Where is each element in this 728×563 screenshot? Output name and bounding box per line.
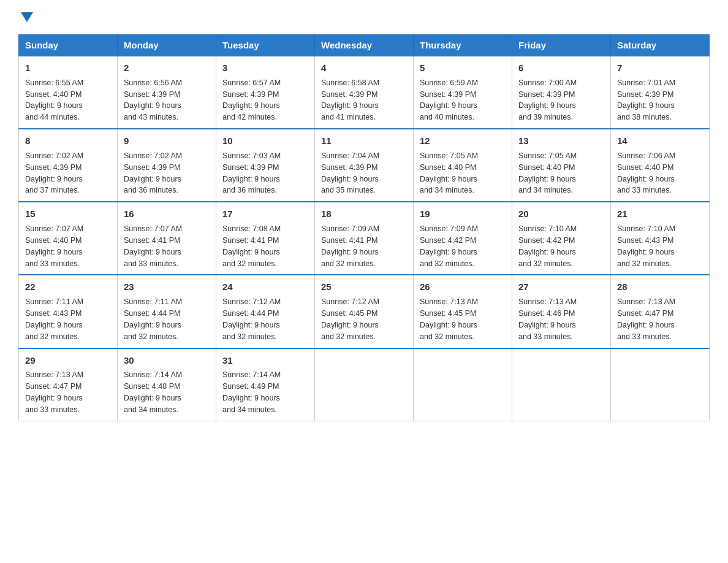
day-info: Sunrise: 6:57 AMSunset: 4:39 PMDaylight:… (222, 79, 281, 122)
week-row-1: 1 Sunrise: 6:55 AMSunset: 4:40 PMDayligh… (19, 56, 710, 129)
day-info: Sunrise: 6:59 AMSunset: 4:39 PMDaylight:… (420, 79, 478, 122)
day-info: Sunrise: 7:04 AMSunset: 4:39 PMDaylight:… (321, 151, 379, 195)
column-header-sunday: Sunday (19, 35, 118, 56)
day-info: Sunrise: 7:14 AMSunset: 4:48 PMDaylight:… (124, 370, 182, 414)
day-number: 9 (124, 134, 210, 148)
day-cell: 10 Sunrise: 7:03 AMSunset: 4:39 PMDaylig… (216, 129, 315, 202)
column-header-thursday: Thursday (414, 35, 512, 56)
day-cell: 21 Sunrise: 7:10 AMSunset: 4:43 PMDaylig… (611, 202, 710, 275)
day-cell: 12 Sunrise: 7:05 AMSunset: 4:40 PMDaylig… (414, 129, 512, 202)
day-info: Sunrise: 7:01 AMSunset: 4:39 PMDaylight:… (617, 79, 675, 122)
day-cell: 20 Sunrise: 7:10 AMSunset: 4:42 PMDaylig… (512, 202, 611, 275)
day-cell: 13 Sunrise: 7:05 AMSunset: 4:40 PMDaylig… (512, 129, 611, 202)
day-number: 21 (617, 207, 703, 221)
day-number: 19 (420, 207, 506, 221)
week-row-2: 8 Sunrise: 7:02 AMSunset: 4:39 PMDayligh… (19, 129, 710, 202)
day-info: Sunrise: 6:56 AMSunset: 4:39 PMDaylight:… (124, 79, 182, 122)
day-number: 26 (420, 280, 506, 294)
day-info: Sunrise: 7:14 AMSunset: 4:49 PMDaylight:… (222, 370, 281, 414)
week-row-5: 29 Sunrise: 7:13 AMSunset: 4:47 PMDaylig… (19, 348, 710, 421)
column-header-tuesday: Tuesday (216, 35, 315, 56)
day-number: 27 (518, 280, 604, 294)
calendar-table: SundayMondayTuesdayWednesdayThursdayFrid… (18, 34, 710, 421)
column-header-saturday: Saturday (611, 35, 710, 56)
day-number: 24 (222, 280, 308, 294)
day-number: 20 (518, 207, 604, 221)
logo-triangle-icon (21, 12, 33, 22)
day-number: 10 (222, 134, 308, 148)
day-number: 8 (25, 134, 111, 148)
day-number: 30 (124, 354, 210, 367)
day-info: Sunrise: 7:12 AMSunset: 4:45 PMDaylight:… (321, 297, 379, 341)
day-cell: 14 Sunrise: 7:06 AMSunset: 4:40 PMDaylig… (611, 129, 710, 202)
day-info: Sunrise: 7:05 AMSunset: 4:40 PMDaylight:… (518, 151, 577, 195)
day-cell: 1 Sunrise: 6:55 AMSunset: 4:40 PMDayligh… (19, 56, 118, 129)
day-info: Sunrise: 7:13 AMSunset: 4:46 PMDaylight:… (518, 297, 577, 341)
day-info: Sunrise: 7:11 AMSunset: 4:44 PMDaylight:… (124, 297, 182, 341)
day-info: Sunrise: 7:10 AMSunset: 4:42 PMDaylight:… (518, 224, 577, 268)
day-number: 5 (420, 61, 506, 75)
day-number: 4 (321, 61, 407, 75)
day-cell: 24 Sunrise: 7:12 AMSunset: 4:44 PMDaylig… (216, 275, 315, 348)
day-info: Sunrise: 7:12 AMSunset: 4:44 PMDaylight:… (222, 297, 281, 341)
week-row-3: 15 Sunrise: 7:07 AMSunset: 4:40 PMDaylig… (19, 202, 710, 275)
day-cell: 19 Sunrise: 7:09 AMSunset: 4:42 PMDaylig… (414, 202, 512, 275)
day-cell: 8 Sunrise: 7:02 AMSunset: 4:39 PMDayligh… (19, 129, 118, 202)
day-cell: 31 Sunrise: 7:14 AMSunset: 4:49 PMDaylig… (216, 348, 315, 421)
day-info: Sunrise: 6:55 AMSunset: 4:40 PMDaylight:… (25, 79, 83, 122)
day-cell (512, 348, 611, 421)
column-header-friday: Friday (512, 35, 611, 56)
day-cell: 3 Sunrise: 6:57 AMSunset: 4:39 PMDayligh… (216, 56, 315, 129)
day-number: 6 (518, 61, 604, 75)
day-info: Sunrise: 7:03 AMSunset: 4:39 PMDaylight:… (222, 151, 281, 195)
day-info: Sunrise: 7:11 AMSunset: 4:43 PMDaylight:… (25, 297, 83, 341)
day-info: Sunrise: 7:09 AMSunset: 4:41 PMDaylight:… (321, 224, 379, 268)
day-info: Sunrise: 7:13 AMSunset: 4:47 PMDaylight:… (25, 370, 83, 414)
days-header-row: SundayMondayTuesdayWednesdayThursdayFrid… (19, 35, 710, 56)
column-header-monday: Monday (118, 35, 216, 56)
day-info: Sunrise: 7:05 AMSunset: 4:40 PMDaylight:… (420, 151, 478, 195)
day-cell: 7 Sunrise: 7:01 AMSunset: 4:39 PMDayligh… (611, 56, 710, 129)
day-number: 29 (25, 354, 111, 367)
day-info: Sunrise: 7:06 AMSunset: 4:40 PMDaylight:… (617, 151, 675, 195)
day-cell (611, 348, 710, 421)
day-cell: 29 Sunrise: 7:13 AMSunset: 4:47 PMDaylig… (19, 348, 118, 421)
day-number: 15 (25, 207, 111, 221)
day-info: Sunrise: 7:10 AMSunset: 4:43 PMDaylight:… (617, 224, 675, 268)
day-number: 7 (617, 61, 703, 75)
day-info: Sunrise: 7:13 AMSunset: 4:45 PMDaylight:… (420, 297, 478, 341)
day-cell: 5 Sunrise: 6:59 AMSunset: 4:39 PMDayligh… (414, 56, 512, 129)
day-cell: 11 Sunrise: 7:04 AMSunset: 4:39 PMDaylig… (315, 129, 414, 202)
day-cell: 4 Sunrise: 6:58 AMSunset: 4:39 PMDayligh… (315, 56, 414, 129)
day-info: Sunrise: 6:58 AMSunset: 4:39 PMDaylight:… (321, 79, 379, 122)
day-info: Sunrise: 7:02 AMSunset: 4:39 PMDaylight:… (25, 151, 83, 195)
day-info: Sunrise: 7:02 AMSunset: 4:39 PMDaylight:… (124, 151, 182, 195)
day-cell (414, 348, 512, 421)
logo (18, 12, 33, 22)
day-number: 2 (124, 61, 210, 75)
day-number: 11 (321, 134, 407, 148)
day-info: Sunrise: 7:00 AMSunset: 4:39 PMDaylight:… (518, 79, 577, 122)
day-cell: 25 Sunrise: 7:12 AMSunset: 4:45 PMDaylig… (315, 275, 414, 348)
day-cell: 28 Sunrise: 7:13 AMSunset: 4:47 PMDaylig… (611, 275, 710, 348)
day-number: 1 (25, 61, 111, 75)
day-info: Sunrise: 7:13 AMSunset: 4:47 PMDaylight:… (617, 297, 675, 341)
day-info: Sunrise: 7:08 AMSunset: 4:41 PMDaylight:… (222, 224, 281, 268)
day-number: 17 (222, 207, 308, 221)
day-number: 31 (222, 354, 308, 367)
day-number: 18 (321, 207, 407, 221)
day-cell: 17 Sunrise: 7:08 AMSunset: 4:41 PMDaylig… (216, 202, 315, 275)
day-cell: 18 Sunrise: 7:09 AMSunset: 4:41 PMDaylig… (315, 202, 414, 275)
day-number: 28 (617, 280, 703, 294)
day-number: 12 (420, 134, 506, 148)
column-header-wednesday: Wednesday (315, 35, 414, 56)
day-cell: 26 Sunrise: 7:13 AMSunset: 4:45 PMDaylig… (414, 275, 512, 348)
day-cell: 22 Sunrise: 7:11 AMSunset: 4:43 PMDaylig… (19, 275, 118, 348)
day-info: Sunrise: 7:07 AMSunset: 4:40 PMDaylight:… (25, 224, 83, 268)
day-cell: 27 Sunrise: 7:13 AMSunset: 4:46 PMDaylig… (512, 275, 611, 348)
day-cell: 9 Sunrise: 7:02 AMSunset: 4:39 PMDayligh… (118, 129, 216, 202)
day-cell: 23 Sunrise: 7:11 AMSunset: 4:44 PMDaylig… (118, 275, 216, 348)
week-row-4: 22 Sunrise: 7:11 AMSunset: 4:43 PMDaylig… (19, 275, 710, 348)
day-number: 13 (518, 134, 604, 148)
day-number: 16 (124, 207, 210, 221)
